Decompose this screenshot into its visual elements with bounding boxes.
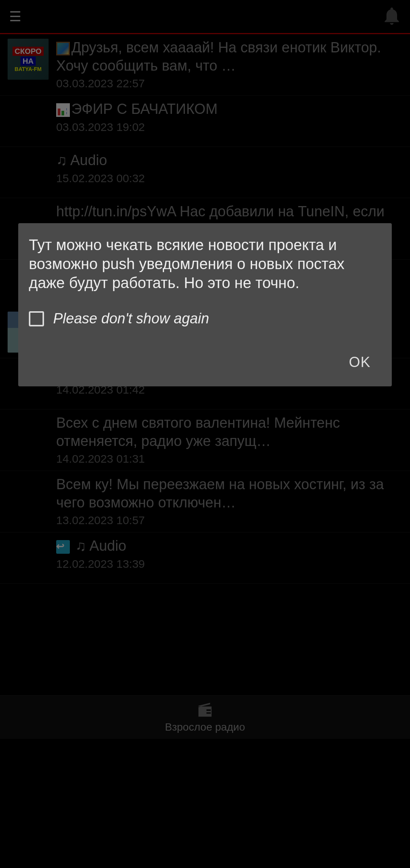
dont-show-again-row[interactable]: Please don't show again [18, 310, 392, 327]
ok-button[interactable]: OK [341, 350, 378, 375]
checkbox-icon[interactable] [29, 311, 44, 326]
info-dialog: Тут можно чекать всякие новости проекта … [18, 223, 392, 386]
modal-overlay[interactable] [0, 0, 410, 868]
dialog-message: Тут можно чекать всякие новости проекта … [18, 235, 392, 292]
checkbox-label: Please don't show again [53, 310, 209, 327]
